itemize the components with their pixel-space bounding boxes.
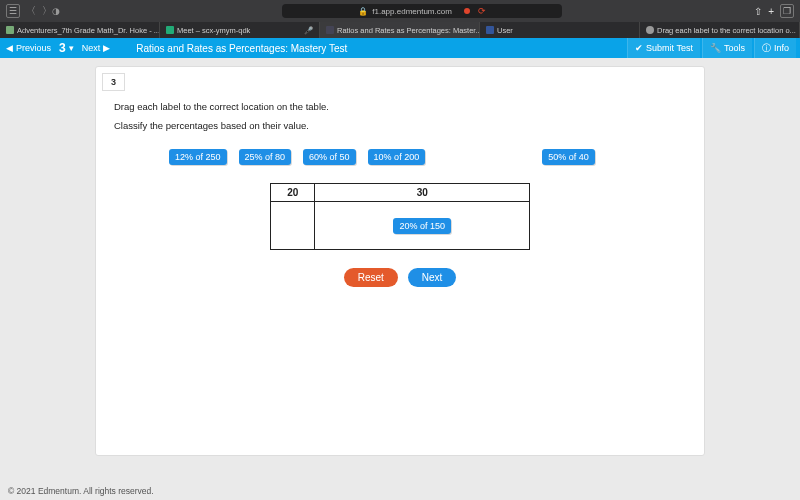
draggable-chip-bank: 12% of 250 25% of 80 60% of 50 10% of 20…: [169, 149, 686, 165]
check-icon: ✔: [635, 43, 643, 53]
reset-button[interactable]: Reset: [344, 268, 398, 287]
back-icon[interactable]: 〈: [26, 4, 36, 18]
recording-indicator-icon: [464, 8, 470, 14]
page-title: Ratios and Rates as Percentages: Mastery…: [136, 43, 347, 54]
question-selector[interactable]: 3▾: [59, 41, 74, 55]
tab-label: Ratios and Rates as Percentages: Master.…: [337, 26, 480, 35]
next-question-button[interactable]: Next: [408, 268, 457, 287]
next-button[interactable]: Next▶: [82, 43, 111, 53]
browser-tab[interactable]: User: [480, 22, 640, 38]
previous-button[interactable]: ◀Previous: [6, 43, 51, 53]
table-header: 20: [271, 184, 315, 202]
share-icon[interactable]: ⇧: [754, 6, 762, 17]
draggable-chip[interactable]: 50% of 40: [542, 149, 595, 165]
chevron-right-icon: ▶: [103, 43, 110, 53]
browser-tab[interactable]: Adventurers_7th Grade Math_Dr. Hoke - ..…: [0, 22, 160, 38]
browser-toolbar: ☰ 〈 〉 ◑ 🔒 f1.app.edmentum.com ⟳ ⇧ + ❐: [0, 0, 800, 22]
tab-label: User: [497, 26, 513, 35]
sub-instruction-text: Classify the percentages based on their …: [114, 120, 686, 131]
copyright-footer: © 2021 Edmentum. All rights reserved.: [8, 486, 154, 496]
privacy-shield-icon[interactable]: ◑: [52, 6, 60, 16]
new-tab-icon[interactable]: +: [768, 6, 774, 17]
refresh-icon[interactable]: ⟳: [478, 6, 486, 16]
browser-tabs: Adventurers_7th Grade Math_Dr. Hoke - ..…: [0, 22, 800, 38]
address-bar[interactable]: 🔒 f1.app.edmentum.com ⟳: [282, 4, 562, 18]
browser-tab[interactable]: Drag each label to the correct location …: [640, 22, 800, 38]
info-button[interactable]: ⓘInfo: [754, 38, 796, 58]
wrench-icon: 🔧: [710, 43, 721, 53]
url-text: f1.app.edmentum.com: [372, 7, 452, 16]
submit-test-button[interactable]: ✔Submit Test: [627, 38, 700, 58]
drop-zone-20[interactable]: [271, 202, 315, 250]
browser-tab-active[interactable]: Ratios and Rates as Percentages: Master.…: [320, 22, 480, 38]
instruction-text: Drag each label to the correct location …: [114, 101, 686, 112]
app-top-bar: ◀Previous 3▾ Next▶ Ratios and Rates as P…: [0, 38, 800, 58]
sidebar-toggle-icon[interactable]: ☰: [6, 4, 20, 18]
draggable-chip[interactable]: 60% of 50: [303, 149, 356, 165]
forward-icon[interactable]: 〉: [42, 4, 52, 18]
question-number: 3: [102, 73, 125, 91]
classification-table: 20 30 20% of 150: [270, 183, 530, 250]
tabs-overview-icon[interactable]: ❐: [780, 4, 794, 18]
table-header: 30: [315, 184, 530, 202]
draggable-chip[interactable]: 12% of 250: [169, 149, 227, 165]
lock-icon: 🔒: [358, 7, 368, 16]
draggable-chip[interactable]: 10% of 200: [368, 149, 426, 165]
question-card: 3 Drag each label to the correct locatio…: [95, 66, 705, 456]
info-icon: ⓘ: [762, 42, 771, 55]
mic-icon: 🎤: [304, 26, 313, 35]
tab-label: Adventurers_7th Grade Math_Dr. Hoke - ..…: [17, 26, 160, 35]
drop-zone-30[interactable]: 20% of 150: [315, 202, 530, 250]
tools-button[interactable]: 🔧Tools: [702, 38, 752, 58]
placed-chip[interactable]: 20% of 150: [393, 218, 451, 234]
browser-tab[interactable]: Meet – scx-ymym-qdk🎤: [160, 22, 320, 38]
tab-label: Meet – scx-ymym-qdk: [177, 26, 250, 35]
chevron-left-icon: ◀: [6, 43, 13, 53]
tab-label: Drag each label to the correct location …: [657, 26, 796, 35]
chevron-down-icon: ▾: [69, 43, 74, 53]
draggable-chip[interactable]: 25% of 80: [239, 149, 292, 165]
